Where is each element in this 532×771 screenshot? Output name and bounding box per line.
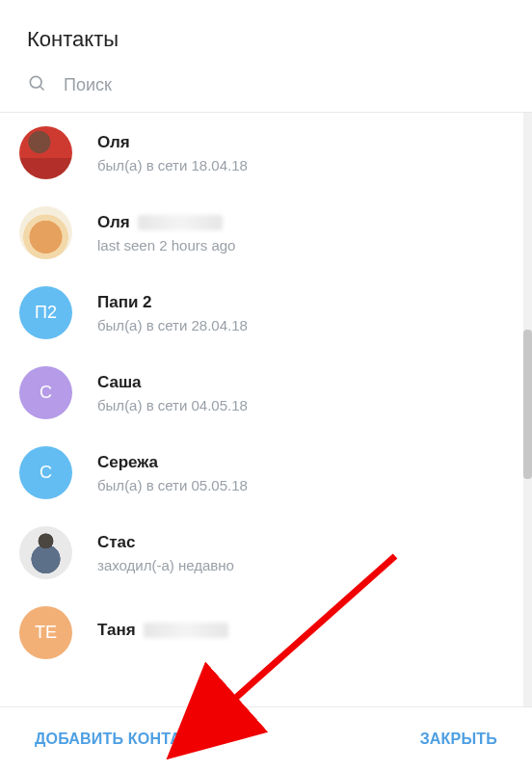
add-contact-button[interactable]: ДОБАВИТЬ КОНТАКТ	[35, 731, 200, 748]
svg-point-0	[30, 76, 41, 88]
contact-status: был(а) в сети 18.04.18	[97, 157, 248, 173]
contact-status: был(а) в сети 05.05.18	[97, 477, 248, 493]
scrollbar[interactable]	[523, 113, 532, 706]
contact-status: last seen 2 hours ago	[97, 237, 235, 253]
contact-name: Саша	[97, 373, 142, 392]
contact-status: был(а) в сети 04.05.18	[97, 397, 248, 413]
search-icon	[27, 73, 46, 96]
contact-avatar: С	[19, 366, 72, 419]
contact-avatar: ТЕ	[19, 606, 72, 659]
contact-row[interactable]: П2Папи 2был(а) в сети 28.04.18	[0, 273, 523, 353]
contact-name: Таня	[97, 621, 136, 640]
modal-header: Контакты	[0, 0, 532, 69]
modal-footer: ДОБАВИТЬ КОНТАКТ ЗАКРЫТЬ	[0, 707, 532, 771]
redacted-surname	[138, 215, 223, 230]
contact-row[interactable]: Стасзаходил(-а) недавно	[0, 513, 523, 593]
contact-name: Папи 2	[97, 293, 152, 312]
contact-row[interactable]: ТЕТаня	[0, 593, 523, 673]
contact-row[interactable]: Оляlast seen 2 hours ago	[0, 193, 523, 273]
contact-status: был(а) в сети 28.04.18	[97, 317, 248, 333]
close-button[interactable]: ЗАКРЫТЬ	[420, 731, 497, 748]
contact-avatar	[19, 206, 72, 259]
svg-line-1	[40, 87, 44, 91]
search-input[interactable]	[64, 75, 505, 95]
contact-avatar: П2	[19, 286, 72, 339]
search-row	[0, 69, 532, 112]
contact-avatar	[19, 526, 72, 579]
contact-row[interactable]: Олябыл(а) в сети 18.04.18	[0, 113, 523, 193]
contact-name: Оля	[97, 133, 130, 152]
contact-status: заходил(-а) недавно	[97, 557, 234, 573]
contacts-list[interactable]: Олябыл(а) в сети 18.04.18Оляlast seen 2 …	[0, 113, 523, 706]
redacted-surname	[144, 623, 228, 638]
contact-name: Сережа	[97, 453, 158, 472]
contact-name: Стас	[97, 533, 136, 552]
contacts-modal: Контакты Олябыл(а) в сети 18.04.18Оляlas…	[0, 0, 532, 771]
scrollbar-thumb[interactable]	[523, 330, 532, 479]
contact-row[interactable]: ССашабыл(а) в сети 04.05.18	[0, 353, 523, 433]
contacts-list-area: Олябыл(а) в сети 18.04.18Оляlast seen 2 …	[0, 112, 532, 707]
contact-name: Оля	[97, 213, 130, 232]
contact-avatar	[19, 126, 72, 179]
modal-title: Контакты	[27, 27, 505, 52]
contact-row[interactable]: ССережабыл(а) в сети 05.05.18	[0, 433, 523, 513]
contact-avatar: С	[19, 446, 72, 499]
